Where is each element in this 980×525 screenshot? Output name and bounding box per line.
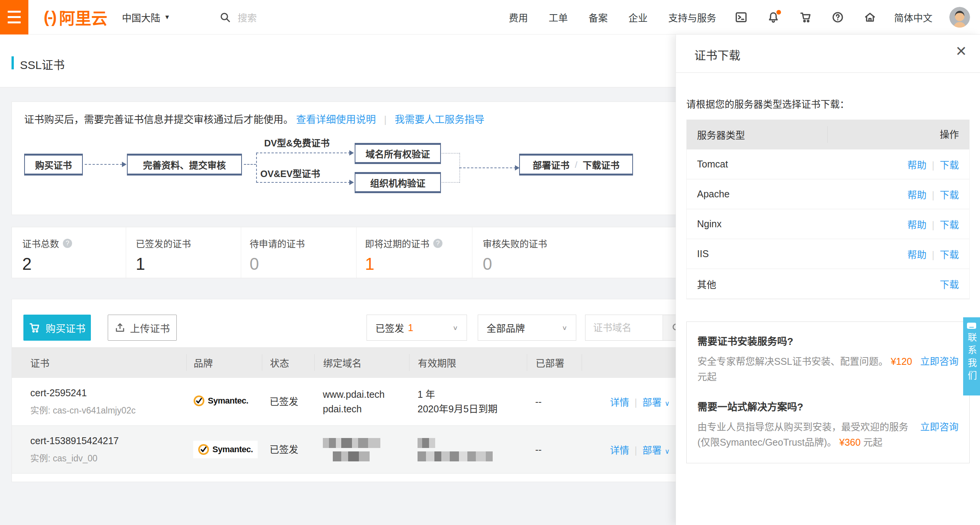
help-tooltip-icon[interactable]: [63, 239, 72, 248]
language-selector[interactable]: 简体中文: [894, 10, 932, 24]
bell-icon[interactable]: [767, 11, 780, 24]
stat-expiring: 即将过期的证书 1: [357, 227, 472, 278]
aliyun-logo[interactable]: (-) 阿里云: [44, 5, 107, 29]
help-tooltip-icon[interactable]: [433, 239, 442, 248]
stat-issued-value: 1: [136, 254, 241, 274]
nav-item-tickets[interactable]: 工单: [549, 10, 568, 24]
status-filter-count: 1: [408, 322, 413, 333]
one-stop-promo: 需要一站式解决方案吗? 由专业人员指导您从购买到安装，最受欢迎的服务(仅限Sym…: [697, 399, 959, 450]
notification-dot: [776, 10, 781, 15]
brand-name: Symantec.: [212, 445, 253, 454]
flow-stub-line: [244, 164, 256, 165]
stat-total: 证书总数 2: [12, 227, 126, 278]
col-header-deployed: 已部署: [527, 354, 582, 371]
link-separator: |: [932, 220, 934, 230]
promo-description: 由专业人员指导您从购买到安装，最受欢迎的服务(仅限Symantec/GeoTru…: [697, 419, 912, 450]
upload-certificate-button[interactable]: 上传证书: [108, 315, 177, 341]
nav-item-billing[interactable]: 费用: [509, 10, 528, 24]
title-accent-bar: [12, 56, 14, 69]
deploy-link[interactable]: 部署: [643, 397, 662, 408]
home-icon[interactable]: [863, 11, 876, 24]
detail-link[interactable]: 详情: [610, 397, 629, 408]
cart-icon[interactable]: [799, 11, 812, 24]
download-link[interactable]: 下载: [940, 249, 959, 260]
close-icon[interactable]: ✕: [955, 44, 967, 58]
flow-arrow-dv: [256, 153, 350, 153]
help-icon[interactable]: [831, 11, 844, 24]
server-name: 其他: [687, 277, 827, 291]
contact-us-label: 联系我们: [965, 333, 978, 383]
consult-now-link[interactable]: 立即咨询: [920, 354, 959, 369]
usage-doc-link[interactable]: 查看详细使用说明: [296, 114, 376, 125]
flow-step-org-validation: 组织机构验证: [355, 172, 441, 193]
download-link[interactable]: 下载: [940, 220, 959, 230]
promo-title: 需要一站式解决方案吗?: [697, 399, 959, 413]
consult-now-link[interactable]: 立即咨询: [920, 419, 959, 435]
top-navbar: (-) 阿里云 中国大陆 ▼ 搜索 费用 工单 备案 企业 支持与服务: [0, 0, 980, 34]
help-link[interactable]: 帮助: [907, 249, 926, 260]
col-header-domains: 绑定域名: [314, 354, 409, 371]
nav-item-enterprise[interactable]: 企业: [628, 10, 648, 24]
detail-link[interactable]: 详情: [610, 445, 629, 456]
download-link[interactable]: 下载: [940, 190, 959, 200]
status-filter-dropdown[interactable]: 已签发 1 ∨: [367, 315, 467, 341]
symantec-check-icon: [198, 444, 209, 455]
help-link[interactable]: 帮助: [907, 220, 926, 230]
help-link[interactable]: 帮助: [907, 190, 926, 200]
link-separator: |: [635, 445, 637, 456]
flow-step-deploy-download: 部署证书 / 下载证书: [519, 154, 633, 176]
manual-service-link[interactable]: 我需要人工服务指导: [395, 114, 485, 125]
server-row-iis: IIS 帮助|下载: [687, 239, 969, 269]
usage-notice: 证书购买后，需要完善证书信息并提交审核通过后才能使用。 查看详细使用说明 | 我…: [24, 112, 485, 126]
nav-item-support[interactable]: 支持与服务: [668, 10, 716, 24]
topbar-search[interactable]: 搜索: [219, 10, 257, 24]
panel-title: 证书下载: [694, 46, 740, 63]
deployed-value: --: [527, 442, 582, 457]
region-label: 中国大陆: [122, 10, 160, 24]
help-link[interactable]: 帮助: [907, 160, 926, 171]
promo-desc-suffix: 元起: [863, 437, 883, 448]
deploy-link[interactable]: 部署: [643, 445, 662, 456]
download-link[interactable]: 下载: [940, 279, 959, 290]
hamburger-menu-button[interactable]: [0, 0, 28, 34]
download-link[interactable]: 下载: [940, 160, 959, 171]
nav-item-icp[interactable]: 备案: [589, 10, 608, 24]
chevron-down-icon: ▼: [164, 14, 170, 21]
flow-step-download-label: 下载证书: [583, 158, 620, 171]
flow-arrow-final: [459, 167, 516, 168]
domain-search-input[interactable]: [585, 315, 663, 340]
symantec-check-icon: [193, 395, 205, 407]
contact-us-tab[interactable]: 联系我们: [963, 317, 980, 395]
flow-step-buy: 购买证书: [24, 154, 83, 176]
terminal-icon[interactable]: [735, 11, 748, 24]
stat-total-value: 2: [22, 254, 126, 274]
flow-merge-top: [442, 153, 459, 154]
flow-arrowhead-ovev: [349, 180, 354, 185]
server-name: Apache: [687, 189, 827, 200]
brand-filter-dropdown[interactable]: 全部品牌 ∨: [478, 315, 576, 341]
col-header-certificate: 证书: [12, 354, 186, 371]
flow-arrowhead-1: [122, 162, 127, 167]
flow-arrowhead-dv: [349, 150, 354, 156]
server-row-tomcat: Tomcat 帮助|下载: [687, 149, 969, 179]
avatar-image: [949, 7, 970, 28]
avatar[interactable]: [949, 7, 970, 28]
topbar-icons: [735, 11, 876, 24]
link-separator: |: [635, 397, 637, 408]
stat-issued: 已签发的证书 1: [126, 227, 241, 278]
buy-certificate-button[interactable]: 购买证书: [23, 315, 91, 341]
topbar-menu: 费用 工单 备案 企业 支持与服务: [509, 10, 716, 24]
certificate-download-panel: 证书下载 ✕ 请根据您的服务器类型选择证书下载： 服务器类型 操作 Tomcat…: [676, 34, 980, 525]
aliyun-logo-icon: (-): [44, 8, 55, 26]
server-type-table: 服务器类型 操作 Tomcat 帮助|下载 Apache 帮助|下载 Nginx…: [686, 120, 970, 299]
promo-price: ¥120: [891, 356, 912, 367]
server-name: IIS: [687, 248, 827, 259]
stat-pending-value: 0: [250, 254, 356, 274]
chevron-down-icon: ∨: [452, 324, 458, 331]
promo-title: 需要证书安装服务吗?: [697, 333, 959, 348]
search-icon: [219, 11, 231, 23]
link-separator: |: [932, 249, 934, 260]
region-selector[interactable]: 中国大陆 ▼: [122, 10, 170, 24]
stat-pending: 待申请的证书 0: [241, 227, 357, 278]
server-row-other: 其他 下载: [687, 269, 969, 299]
